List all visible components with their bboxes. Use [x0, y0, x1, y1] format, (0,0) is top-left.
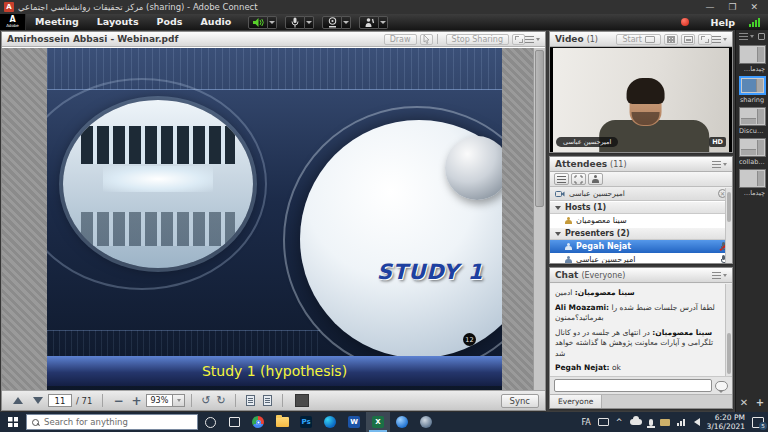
send-message-button[interactable]	[715, 381, 728, 391]
status-dropdown[interactable]	[379, 16, 388, 29]
chat-pod-menu-button[interactable]	[712, 272, 727, 279]
tray-folder-icon[interactable]	[660, 419, 670, 426]
draw-button[interactable]: Draw	[384, 34, 417, 45]
stop-sharing-button[interactable]: Stop Sharing	[446, 34, 509, 45]
edge-button[interactable]	[318, 412, 342, 432]
minimize-button[interactable]: —	[705, 0, 714, 14]
menu-pods[interactable]: Pods	[148, 14, 192, 30]
layout-item-custom-2[interactable]: چیدمان قبلی	[739, 169, 765, 197]
attendee-row-presenter[interactable]: امیرحسین عباسی	[550, 253, 732, 264]
menu-layouts[interactable]: Layouts	[88, 14, 148, 30]
word-icon: W	[348, 416, 360, 428]
status-button[interactable]	[359, 16, 379, 29]
chat-scrollbar[interactable]	[725, 284, 732, 376]
close-button[interactable]: ✕	[750, 0, 758, 14]
pin-panel-icon[interactable]	[758, 33, 765, 40]
chat-tabs-bar: Everyone	[550, 394, 732, 408]
webcam-dropdown[interactable]	[342, 16, 351, 29]
rotate-right-button[interactable]: ↻	[217, 394, 226, 407]
layout-item-discussion[interactable]: Discussion	[739, 107, 765, 135]
onedrive-icon[interactable]	[630, 419, 642, 425]
rotate-left-button[interactable]: ↺	[201, 394, 210, 407]
keyboard-icon[interactable]	[598, 418, 609, 426]
help-menu[interactable]: Help	[711, 17, 735, 28]
microphone-dropdown[interactable]	[305, 16, 314, 29]
fit-page-button[interactable]	[246, 395, 255, 406]
chat-message-list: سینا معصومیان: ادمین Ali Moazami: لطفا آ…	[550, 284, 725, 376]
fit-width-button[interactable]	[263, 395, 272, 406]
broadcast-webcam-icon	[555, 190, 565, 198]
pan-tool-button[interactable]	[295, 394, 309, 407]
layout-item-custom-1[interactable]: چیدمان آخرین	[739, 45, 765, 73]
microphone-button[interactable]	[285, 16, 305, 29]
group-hosts[interactable]: Hosts (1)	[550, 201, 732, 214]
tray-date: 3/16/2021	[707, 422, 745, 431]
next-page-button[interactable]	[33, 397, 43, 404]
video-fullscreen-button[interactable]	[698, 34, 712, 45]
grid-view-button[interactable]	[664, 34, 678, 45]
webcam-button[interactable]	[322, 16, 342, 29]
breakout-view-button[interactable]	[571, 173, 586, 185]
speaker-dropdown[interactable]	[268, 16, 277, 29]
chat-tab-everyone[interactable]: Everyone	[550, 395, 602, 408]
tray-expand-button[interactable]: ^	[616, 418, 623, 427]
menu-audio[interactable]: Audio	[192, 14, 241, 30]
recording-indicator-icon[interactable]	[681, 18, 689, 26]
sync-button[interactable]: Sync	[501, 394, 540, 408]
photoshop-button[interactable]: Ps	[294, 412, 318, 432]
layouts-menu-button[interactable]	[739, 33, 754, 40]
video-pod-title: Video	[555, 34, 584, 44]
zoom-out-button[interactable]: −	[113, 396, 123, 406]
attendee-row-host[interactable]: سینا معصومیان	[550, 214, 732, 227]
app-sphere-button[interactable]	[390, 412, 414, 432]
chrome-button[interactable]	[246, 412, 270, 432]
taskbar-clock[interactable]: 6:20 PM 3/16/2021	[707, 413, 745, 431]
group-presenters[interactable]: Presenters (2)	[550, 227, 732, 240]
filmstrip-view-button[interactable]	[681, 34, 695, 45]
task-view-button[interactable]	[222, 412, 246, 432]
attendees-scrollbar[interactable]	[725, 188, 732, 263]
share-scrollbar[interactable]	[533, 48, 545, 390]
network-icon[interactable]	[677, 418, 687, 426]
presentation-slide: STUDY 1 12 Study 1 (hypothesis)	[47, 48, 502, 390]
slide-heading: STUDY 1	[325, 260, 502, 284]
attendee-status-view-button[interactable]	[588, 173, 603, 185]
attendees-pod-menu-button[interactable]	[712, 161, 727, 168]
tray-microphone-icon[interactable]	[649, 419, 653, 426]
taskbar-search[interactable]: Search for anything	[26, 414, 198, 430]
previous-page-button[interactable]	[13, 397, 23, 404]
maximize-button[interactable]: ❐	[728, 0, 736, 14]
search-placeholder: Search for anything	[44, 417, 128, 427]
action-center-button[interactable]: 5	[752, 417, 764, 428]
layout-item-sharing[interactable]: sharing	[739, 76, 765, 104]
pointer-button[interactable]	[420, 34, 433, 45]
attendee-row-selected[interactable]: Pegah Nejat	[550, 240, 732, 253]
add-layout-button[interactable]: +	[756, 397, 764, 408]
file-explorer-button[interactable]	[270, 412, 294, 432]
video-pod-menu-button[interactable]	[712, 36, 727, 43]
cortana-button[interactable]	[198, 412, 222, 432]
word-button[interactable]: W	[342, 412, 366, 432]
chat-message-input[interactable]	[554, 379, 712, 392]
page-number-input[interactable]	[48, 394, 72, 407]
adobe-connect-taskbar-button[interactable]	[414, 412, 438, 432]
speaker-button[interactable]	[248, 16, 268, 29]
connection-signal-icon[interactable]	[749, 18, 760, 27]
layout-item-collaboration[interactable]: collabo...	[739, 138, 765, 166]
start-button[interactable]	[0, 412, 26, 432]
attendee-notification-row[interactable]: امیرحسین عباسی ✕	[550, 187, 732, 201]
pod-menu-icon	[712, 272, 721, 279]
volume-icon[interactable]	[694, 418, 700, 426]
attendee-list-view-button[interactable]	[554, 173, 569, 185]
language-indicator[interactable]: FA	[581, 418, 590, 427]
close-layouts-button[interactable]: ✕	[740, 397, 748, 408]
fullscreen-button[interactable]	[512, 34, 525, 45]
share-pod-menu-button[interactable]	[525, 36, 540, 43]
excel-button-active[interactable]: X	[366, 412, 390, 432]
zoom-select[interactable]: 93%	[146, 394, 186, 407]
start-webcam-button[interactable]: Start	[616, 34, 661, 45]
notification-badge: 5	[759, 422, 767, 430]
menu-meeting[interactable]: Meeting	[26, 14, 88, 30]
zoom-in-button[interactable]: +	[131, 396, 141, 406]
share-content-area: STUDY 1 12 Study 1 (hypothesis)	[2, 48, 545, 390]
